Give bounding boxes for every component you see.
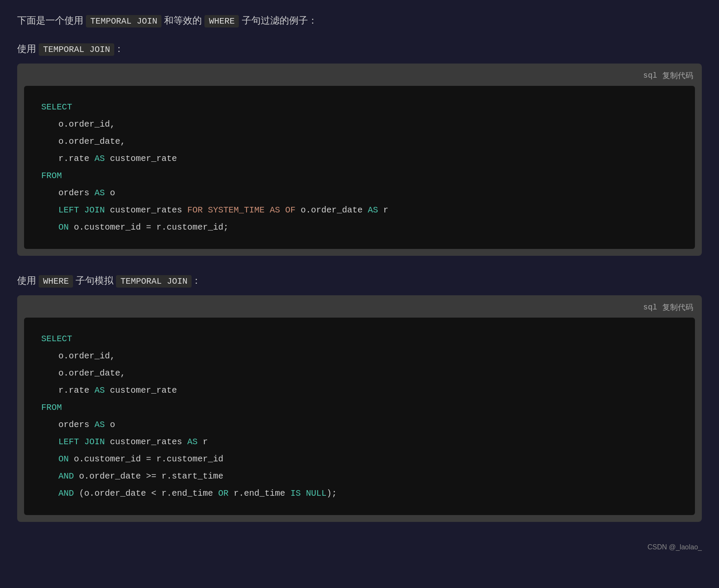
section1-text-before: 使用 bbox=[17, 43, 39, 54]
copy-button-2[interactable]: 复制代码 bbox=[662, 302, 693, 312]
code-line: SELECT bbox=[41, 330, 678, 348]
code-line: LEFT JOIN customer_rates AS r bbox=[41, 433, 678, 451]
code-line: orders AS o bbox=[41, 185, 678, 202]
code-block-1: sql 复制代码 SELECT o.order_id, o.order_date… bbox=[17, 64, 702, 256]
code-line: AND (o.order_date < r.end_time OR r.end_… bbox=[41, 485, 678, 502]
section1-label: 使用 TEMPORAL JOIN： bbox=[17, 41, 702, 57]
code-block-1-content: SELECT o.order_id, o.order_date, r.rate … bbox=[24, 86, 695, 249]
code-line: orders AS o bbox=[41, 416, 678, 433]
code-line: o.order_date, bbox=[41, 133, 678, 150]
section2-badge-temporal-join: TEMPORAL JOIN bbox=[116, 275, 192, 288]
code-block-1-lang: sql bbox=[643, 71, 657, 80]
intro-paragraph: 下面是一个使用 TEMPORAL JOIN 和等效的 WHERE 子句过滤的例子… bbox=[17, 13, 702, 28]
code-line: ON o.customer_id = r.customer_id bbox=[41, 451, 678, 468]
intro-text-before: 下面是一个使用 bbox=[17, 15, 86, 26]
code-block-1-header: sql 复制代码 bbox=[24, 70, 695, 86]
code-line: FROM bbox=[41, 167, 678, 185]
code-line: o.order_id, bbox=[41, 348, 678, 365]
intro-badge-temporal-join: TEMPORAL JOIN bbox=[86, 15, 161, 27]
intro-text-after: 子句过滤的例子： bbox=[239, 15, 317, 26]
code-block-2-lang: sql bbox=[643, 303, 657, 312]
section2-label: 使用 WHERE 子句模拟 TEMPORAL JOIN： bbox=[17, 273, 702, 288]
code-line: SELECT bbox=[41, 99, 678, 116]
section2-text-before: 使用 bbox=[17, 275, 39, 286]
section2-text-after: ： bbox=[192, 275, 201, 286]
code-block-2-content: SELECT o.order_id, o.order_date, r.rate … bbox=[24, 318, 695, 515]
section1-badge: TEMPORAL JOIN bbox=[39, 43, 114, 56]
code-line: LEFT JOIN customer_rates FOR SYSTEM_TIME… bbox=[41, 202, 678, 219]
code-line: r.rate AS customer_rate bbox=[41, 382, 678, 399]
code-line: o.order_id, bbox=[41, 116, 678, 133]
footer-watermark: CSDN @_laolao_ bbox=[17, 539, 702, 551]
section2-badge-where: WHERE bbox=[39, 275, 73, 288]
code-block-2: sql 复制代码 SELECT o.order_id, o.order_date… bbox=[17, 295, 702, 522]
intro-badge-where: WHERE bbox=[204, 15, 239, 27]
code-line: FROM bbox=[41, 399, 678, 416]
section1-text-after: ： bbox=[114, 43, 124, 54]
code-line: ON o.customer_id = r.customer_id; bbox=[41, 219, 678, 236]
code-line: o.order_date, bbox=[41, 365, 678, 382]
copy-button-1[interactable]: 复制代码 bbox=[662, 70, 693, 81]
code-block-2-header: sql 复制代码 bbox=[24, 302, 695, 318]
section2-text-middle: 子句模拟 bbox=[73, 275, 116, 286]
code-line: AND o.order_date >= r.start_time bbox=[41, 468, 678, 485]
code-line: r.rate AS customer_rate bbox=[41, 150, 678, 167]
intro-text-middle: 和等效的 bbox=[161, 15, 204, 26]
